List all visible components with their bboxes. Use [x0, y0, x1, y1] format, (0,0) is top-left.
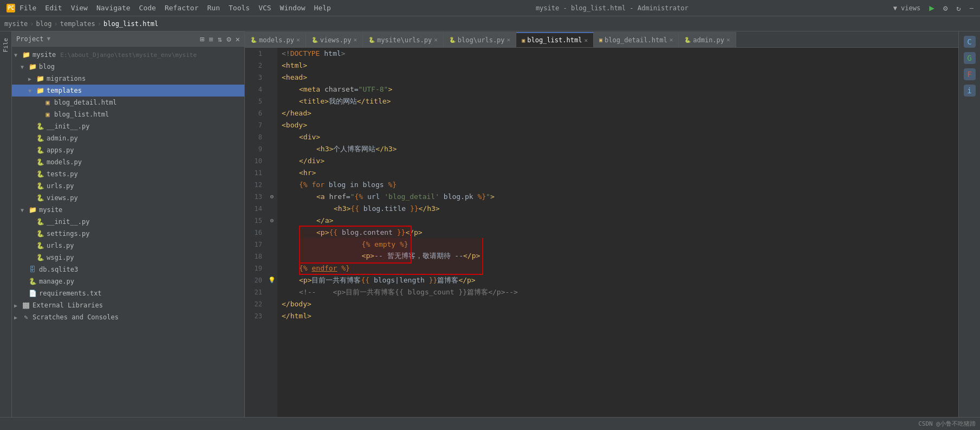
menu-window[interactable]: Window: [280, 4, 306, 12]
tab-views-py[interactable]: 🐍 views.py ✕: [306, 32, 363, 47]
project-tab[interactable]: File: [0, 31, 12, 417]
code-line-13: <a href="{% url 'blog_detail' blog.pk %}…: [282, 191, 954, 203]
breadcrumb-blog[interactable]: blog: [36, 20, 52, 28]
code-line-7: <body>: [282, 119, 954, 131]
minimize-button[interactable]: —: [970, 4, 973, 12]
code-line-11: <hr>: [282, 167, 954, 179]
menu-vcs[interactable]: VCS: [258, 4, 271, 12]
editor-area: 🐍 models.py ✕ 🐍 views.py ✕ 🐍 mysite\urls…: [245, 31, 958, 417]
right-icon-3[interactable]: F: [964, 68, 976, 80]
tree-item-blog[interactable]: ▼ 📁 blog: [12, 61, 244, 73]
tab-blog-detail-html[interactable]: ▣ blog_detail.html ✕: [594, 32, 679, 47]
tree-item-mysite-init[interactable]: 🐍 __init__.py: [12, 216, 244, 228]
status-bar: CSDN @小鲁不吃猪蹄: [0, 417, 980, 430]
tree-item-mysite-root[interactable]: ▼ 📁 mysite E:\about_Django\test\mysite_e…: [12, 49, 244, 61]
run-button[interactable]: ▶: [929, 3, 934, 13]
tree-item-db-sqlite3[interactable]: 🗄 db.sqlite3: [12, 264, 244, 275]
right-panel: C G F i: [958, 31, 980, 417]
right-icon-4[interactable]: i: [964, 85, 976, 97]
tree-item-views-py[interactable]: 🐍 views.py: [12, 192, 244, 204]
code-line-5: <title>我的网站</title>: [282, 95, 954, 107]
tab-admin-py[interactable]: 🐍 admin.py ✕: [679, 32, 736, 47]
tree-item-manage-py[interactable]: 🐍 manage.py: [12, 275, 244, 287]
code-lines: <!DOCTYPE html> <html> <head> <meta char…: [277, 48, 958, 417]
window-controls: ▼ views ▶ ⚙ ↻ —: [893, 3, 973, 13]
right-icon-2[interactable]: G: [964, 52, 976, 64]
sidebar-dropdown[interactable]: ▼: [47, 35, 51, 42]
close-tab-blog-urls[interactable]: ✕: [507, 36, 511, 43]
tree-item-wsgi-py[interactable]: 🐍 wsgi.py: [12, 252, 244, 264]
menu-navigate[interactable]: Navigate: [96, 4, 131, 12]
menu-edit[interactable]: Edit: [45, 4, 62, 12]
sidebar: Project ▼ ⊞ ≡ ⇅ ⚙ ✕ ▼ 📁 mysite E:\about_…: [12, 31, 245, 417]
close-tab-mysite-urls[interactable]: ✕: [434, 36, 438, 43]
code-line-20: <p>目前一共有博客{{ blogs|length }}篇博客</p>: [282, 274, 954, 286]
tree-item-blog-detail-html[interactable]: ▣ blog_detail.html: [12, 97, 244, 108]
sidebar-sort2-icon[interactable]: ⇅: [218, 35, 222, 43]
sidebar-sort-icon[interactable]: ≡: [209, 35, 213, 43]
project-tab-label[interactable]: File: [2, 36, 9, 55]
close-tab-blog-list[interactable]: ✕: [584, 37, 588, 44]
menu-tools[interactable]: Tools: [229, 4, 250, 12]
close-tab-admin[interactable]: ✕: [726, 36, 730, 43]
menu-view[interactable]: View: [71, 4, 88, 12]
menu-bar: File Edit View Navigate Code Refactor Ru…: [20, 4, 331, 12]
tree-item-migrations[interactable]: ▶ 📁 migrations: [12, 73, 244, 85]
sidebar-settings-icon[interactable]: ⚙: [226, 35, 231, 43]
close-tab-blog-detail[interactable]: ✕: [670, 36, 673, 43]
tree-item-admin-py[interactable]: 🐍 admin.py: [12, 132, 244, 144]
code-line-10: </div>: [282, 155, 954, 167]
menu-help[interactable]: Help: [314, 4, 331, 12]
main-layout: File Project ▼ ⊞ ≡ ⇅ ⚙ ✕ ▼ 📁 mysite E:\a…: [0, 31, 980, 417]
window-title: mysite - blog_list.html - Administrator: [536, 4, 689, 12]
git-icon[interactable]: ↻: [956, 4, 960, 12]
tree-item-templates[interactable]: ▼ 📁 templates: [12, 85, 244, 97]
code-line-3: <head>: [282, 72, 954, 84]
tab-blog-urls-py[interactable]: 🐍 blog\urls.py ✕: [444, 32, 516, 47]
tab-mysite-urls-py[interactable]: 🐍 mysite\urls.py ✕: [363, 32, 444, 47]
menu-file[interactable]: File: [20, 4, 36, 12]
tree-item-requirements-txt[interactable]: 📄 requirements.txt: [12, 287, 244, 299]
tree-item-apps-py[interactable]: 🐍 apps.py: [12, 144, 244, 156]
tree-item-tests-py[interactable]: 🐍 tests.py: [12, 168, 244, 180]
views-dropdown[interactable]: ▼ views: [893, 4, 921, 12]
watermark-text: CSDN @小鲁不吃猪蹄: [918, 420, 976, 428]
tree-item-mysite-urls-py[interactable]: 🐍 urls.py: [12, 240, 244, 252]
breadcrumb-file[interactable]: blog_list.html: [103, 20, 158, 28]
toolbar: mysite › blog › templates › blog_list.ht…: [0, 16, 980, 31]
status-right: CSDN @小鲁不吃猪蹄: [918, 420, 976, 428]
gutter: ⊙ ⊙ 💡: [267, 48, 277, 417]
code-line-15: </a>: [282, 215, 954, 227]
tree-item-settings-py[interactable]: 🐍 settings.py: [12, 228, 244, 240]
sidebar-tree: ▼ 📁 mysite E:\about_Django\test\mysite_e…: [12, 47, 244, 417]
tree-item-external-libs[interactable]: ▶ ▓▓ External Libraries: [12, 299, 244, 311]
tree-item-init-py[interactable]: 🐍 __init__.py: [12, 120, 244, 132]
tab-blog-list-html[interactable]: ▣ blog_list.html ✕: [516, 32, 594, 47]
tree-item-scratches[interactable]: ▶ ✎ Scratches and Consoles: [12, 311, 244, 323]
tab-bar: 🐍 models.py ✕ 🐍 views.py ✕ 🐍 mysite\urls…: [245, 31, 958, 48]
menu-run[interactable]: Run: [207, 4, 220, 12]
sidebar-close-icon[interactable]: ✕: [236, 35, 240, 43]
code-line-12: {% for blog in blogs %}: [282, 179, 954, 191]
close-tab-views[interactable]: ✕: [353, 36, 357, 43]
settings-icon[interactable]: ⚙: [943, 4, 947, 12]
tab-models-py[interactable]: 🐍 models.py ✕: [245, 32, 306, 47]
tree-item-models-py[interactable]: 🐍 models.py: [12, 156, 244, 168]
tree-item-mysite-sub[interactable]: ▼ 📁 mysite: [12, 204, 244, 216]
menu-code[interactable]: Code: [139, 4, 156, 12]
close-tab-models[interactable]: ✕: [296, 36, 300, 43]
sidebar-title: Project: [16, 35, 44, 43]
menu-refactor[interactable]: Refactor: [165, 4, 199, 12]
breadcrumb-templates[interactable]: templates: [60, 20, 95, 28]
sidebar-collapse-icon[interactable]: ⊞: [200, 35, 204, 43]
code-line-4: <meta charset="UTF-8">: [282, 84, 954, 95]
line-numbers: 1 2 3 4 5 6 7 8 9 10 11 12 13 14 15 16 1…: [245, 48, 267, 417]
tree-item-blog-list-html[interactable]: ▣ blog_list.html: [12, 108, 244, 120]
code-line-6: </head>: [282, 107, 954, 119]
code-line-14: <h3>{{ blog.title }}</h3>: [282, 203, 954, 215]
right-icon-1[interactable]: C: [964, 36, 976, 48]
code-line-8: <div>: [282, 131, 954, 143]
code-editor[interactable]: 1 2 3 4 5 6 7 8 9 10 11 12 13 14 15 16 1…: [245, 48, 958, 417]
tree-item-urls-py[interactable]: 🐍 urls.py: [12, 180, 244, 192]
breadcrumb-mysite[interactable]: mysite: [4, 20, 28, 28]
